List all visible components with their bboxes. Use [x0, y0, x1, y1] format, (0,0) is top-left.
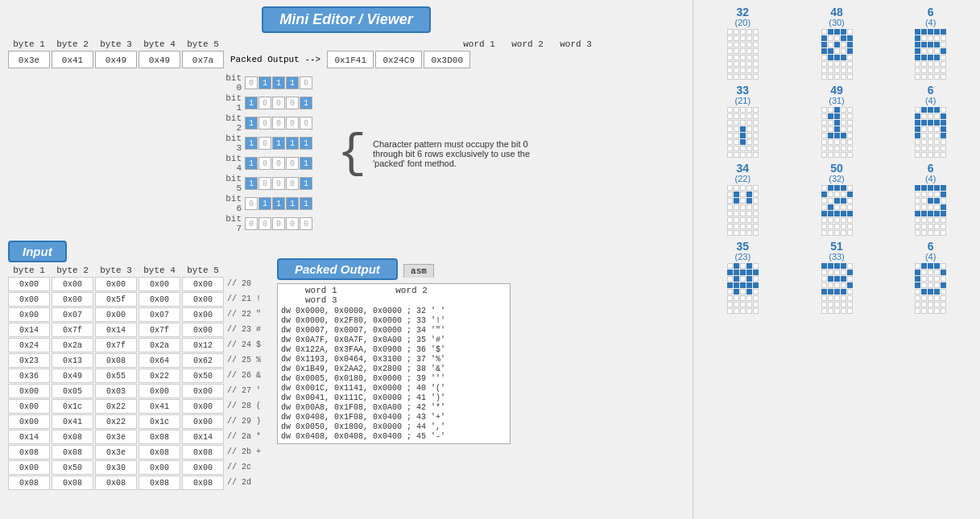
bit-cell[interactable]: 0: [286, 97, 299, 109]
bit-cell[interactable]: 0: [245, 197, 258, 210]
data-cell[interactable]: 0x5f: [95, 292, 137, 307]
bit-cell[interactable]: 1: [245, 97, 258, 109]
data-cell[interactable]: 0x22: [95, 399, 137, 414]
bit-cell[interactable]: 0: [286, 157, 299, 170]
data-cell[interactable]: 0x3e: [95, 430, 137, 444]
byte5-value[interactable]: 0x7a: [182, 51, 224, 68]
data-cell[interactable]: 0x05: [52, 384, 93, 398]
bit-cell[interactable]: 0: [300, 117, 312, 130]
data-cell[interactable]: 0x08: [182, 445, 224, 459]
data-cell[interactable]: 0x08: [139, 476, 180, 490]
data-cell[interactable]: 0x1c: [52, 399, 93, 414]
data-cell[interactable]: 0x7f: [95, 338, 137, 352]
bit-cell[interactable]: 0: [286, 177, 299, 190]
data-cell[interactable]: 0x14: [95, 323, 137, 337]
data-cell[interactable]: 0x50: [182, 369, 224, 383]
bit-cell[interactable]: 0: [272, 117, 285, 130]
bit-cell[interactable]: 0: [286, 117, 299, 130]
data-cell[interactable]: 0x00: [52, 277, 93, 291]
bit-cell[interactable]: 1: [300, 137, 312, 150]
data-cell[interactable]: 0x41: [52, 414, 93, 429]
bit-cell[interactable]: 1: [300, 157, 312, 170]
data-cell[interactable]: 0x41: [139, 399, 180, 414]
bit-cell[interactable]: 0: [245, 76, 258, 89]
data-cell[interactable]: 0x00: [182, 323, 224, 337]
bit-cell[interactable]: 0: [258, 117, 271, 130]
data-cell[interactable]: 0x08: [95, 353, 137, 368]
byte3-value[interactable]: 0x49: [95, 51, 137, 68]
data-cell[interactable]: 0x00: [8, 277, 50, 291]
data-cell[interactable]: 0x64: [139, 353, 180, 368]
data-cell[interactable]: 0x08: [8, 445, 50, 459]
data-cell[interactable]: 0x13: [52, 353, 93, 368]
bit-cell[interactable]: 1: [300, 197, 312, 210]
data-cell[interactable]: 0x23: [8, 353, 50, 368]
data-cell[interactable]: 0x22: [95, 414, 137, 429]
data-cell[interactable]: 0x00: [139, 460, 180, 475]
bit-cell[interactable]: 1: [245, 137, 258, 150]
bit-cell[interactable]: 1: [245, 157, 258, 170]
data-cell[interactable]: 0x00: [8, 399, 50, 414]
data-cell[interactable]: 0x2a: [139, 338, 180, 352]
bit-cell[interactable]: 0: [258, 97, 271, 109]
data-cell[interactable]: 0x12: [182, 338, 224, 352]
data-cell[interactable]: 0x08: [139, 445, 180, 459]
data-cell[interactable]: 0x55: [95, 369, 137, 383]
byte2-value[interactable]: 0x41: [52, 51, 93, 68]
bit-cell[interactable]: 0: [300, 76, 312, 89]
data-cell[interactable]: 0x08: [95, 476, 137, 490]
bit-cell[interactable]: 1: [286, 197, 299, 210]
data-cell[interactable]: 0x00: [182, 292, 224, 307]
data-cell[interactable]: 0x14: [8, 323, 50, 337]
data-cell[interactable]: 0x00: [182, 460, 224, 475]
data-cell[interactable]: 0x07: [139, 307, 180, 322]
data-cell[interactable]: 0x00: [8, 414, 50, 429]
data-cell[interactable]: 0x00: [182, 384, 224, 398]
data-cell[interactable]: 0x00: [8, 460, 50, 475]
data-cell[interactable]: 0x00: [139, 384, 180, 398]
bit-cell[interactable]: 1: [258, 197, 271, 210]
data-cell[interactable]: 0x08: [52, 476, 93, 490]
data-cell[interactable]: 0x00: [8, 307, 50, 322]
data-cell[interactable]: 0x00: [182, 307, 224, 322]
data-cell[interactable]: 0x14: [8, 430, 50, 444]
byte4-value[interactable]: 0x49: [139, 51, 180, 68]
data-cell[interactable]: 0x00: [52, 292, 93, 307]
bit-cell[interactable]: 0: [272, 97, 285, 109]
data-cell[interactable]: 0x00: [95, 307, 137, 322]
data-cell[interactable]: 0x08: [52, 430, 93, 444]
bit-cell[interactable]: 0: [245, 217, 258, 230]
bit-cell[interactable]: 0: [286, 217, 299, 230]
asm-tab[interactable]: asm: [403, 264, 434, 278]
bit-cell[interactable]: 1: [286, 137, 299, 150]
data-cell[interactable]: 0x50: [52, 460, 93, 475]
data-cell[interactable]: 0x08: [182, 476, 224, 490]
bit-cell[interactable]: 1: [300, 177, 312, 190]
data-cell[interactable]: 0x03: [95, 384, 137, 398]
bit-cell[interactable]: 1: [258, 76, 271, 89]
bit-cell[interactable]: 0: [272, 217, 285, 230]
data-cell[interactable]: 0x36: [8, 369, 50, 383]
data-cell[interactable]: 0x14: [182, 430, 224, 444]
data-cell[interactable]: 0x07: [52, 307, 93, 322]
bit-cell[interactable]: 1: [272, 197, 285, 210]
bit-cell[interactable]: 0: [258, 157, 271, 170]
bit-cell[interactable]: 1: [245, 117, 258, 130]
data-cell[interactable]: 0x7f: [139, 323, 180, 337]
data-cell[interactable]: 0x00: [139, 277, 180, 291]
data-cell[interactable]: 0x30: [95, 460, 137, 475]
bit-cell[interactable]: 0: [258, 177, 271, 190]
data-cell[interactable]: 0x7f: [52, 323, 93, 337]
data-cell[interactable]: 0x62: [182, 353, 224, 368]
data-cell[interactable]: 0x24: [8, 338, 50, 352]
bit-cell[interactable]: 0: [272, 177, 285, 190]
bit-cell[interactable]: 0: [258, 217, 271, 230]
data-cell[interactable]: 0x08: [8, 476, 50, 490]
bit-cell[interactable]: 1: [300, 97, 312, 109]
data-cell[interactable]: 0x49: [52, 369, 93, 383]
data-cell[interactable]: 0x2a: [52, 338, 93, 352]
data-cell[interactable]: 0x00: [139, 292, 180, 307]
data-cell[interactable]: 0x3e: [95, 445, 137, 459]
bit-cell[interactable]: 1: [272, 76, 285, 89]
byte1-value[interactable]: 0x3e: [8, 51, 50, 68]
